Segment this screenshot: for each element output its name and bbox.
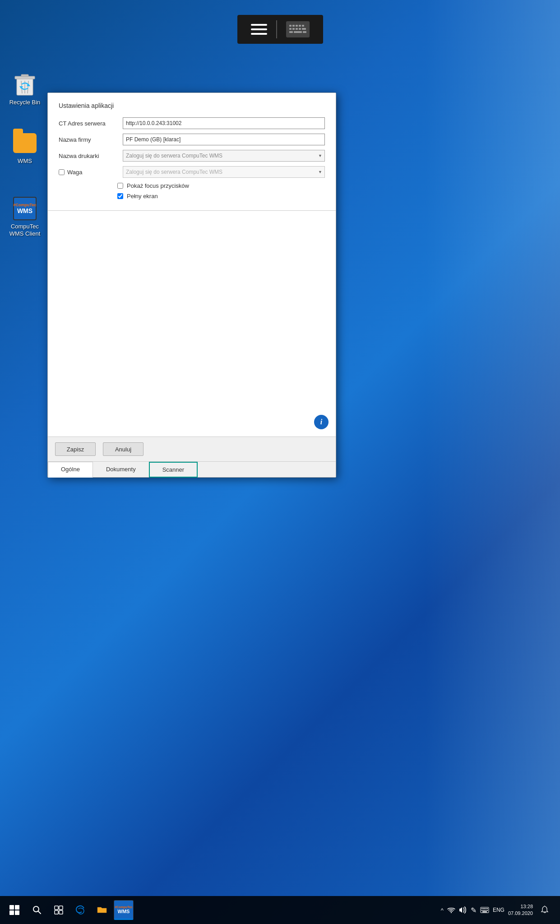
pokaz-focus-label: Pokaż focus przycisków bbox=[127, 182, 189, 189]
wms-label: WMS bbox=[18, 158, 32, 165]
svg-rect-21 bbox=[59, 906, 63, 910]
tray-date: 07.09.2020 bbox=[508, 910, 533, 917]
computec-wms-desktop-icon[interactable]: #CompuTec WMS CompuTecWMS Client bbox=[5, 194, 45, 240]
wms-taskbar-button[interactable]: #CompuTec WMS bbox=[114, 900, 134, 920]
waga-checkbox[interactable] bbox=[59, 169, 65, 175]
recycle-bin-label: Recycle Bin bbox=[9, 99, 41, 106]
tray-connect-icon[interactable]: ✎ bbox=[471, 906, 477, 915]
tray-language[interactable]: ENG bbox=[493, 907, 504, 913]
ct-adres-input[interactable] bbox=[123, 117, 325, 129]
wms-desktop-icon[interactable]: WMS bbox=[5, 129, 45, 167]
info-button[interactable]: i bbox=[314, 415, 329, 429]
svg-rect-36 bbox=[482, 911, 487, 912]
dialog-spacer: i bbox=[48, 211, 336, 436]
pokaz-focus-row: Pokaż focus przycisków bbox=[59, 182, 325, 189]
edge-button[interactable] bbox=[70, 900, 90, 920]
waga-row: Waga Zaloguj się do serwera CompuTec WMS bbox=[59, 166, 325, 178]
ct-adres-row: CT Adres serwera bbox=[59, 117, 325, 129]
tray-network-icon[interactable] bbox=[447, 907, 455, 913]
nazwa-drukarki-label: Nazwa drukarki bbox=[59, 153, 117, 159]
pelny-ekran-checkbox[interactable] bbox=[117, 193, 123, 199]
svg-rect-8 bbox=[299, 28, 301, 30]
wms-taskbar-label: WMS bbox=[118, 909, 130, 914]
settings-dialog: Ustawienia aplikacji CT Adres serwera Na… bbox=[47, 93, 336, 478]
svg-rect-29 bbox=[486, 908, 486, 909]
recycle-bin-desktop-icon[interactable]: Recycle Bin bbox=[5, 70, 45, 109]
cancel-button[interactable]: Anuluj bbox=[103, 442, 143, 456]
svg-rect-9 bbox=[302, 28, 306, 30]
tray-time: 13:28 bbox=[508, 903, 533, 910]
svg-rect-22 bbox=[55, 910, 58, 914]
svg-rect-35 bbox=[487, 910, 488, 911]
nazwa-firmy-label: Nazwa firmy bbox=[59, 136, 117, 143]
nazwa-firmy-input[interactable] bbox=[123, 134, 325, 145]
svg-rect-31 bbox=[481, 910, 482, 911]
keyboard-icon[interactable] bbox=[286, 21, 310, 37]
search-button[interactable] bbox=[27, 900, 47, 920]
system-tray: ^ ✎ bbox=[441, 900, 556, 920]
dialog-form-area: Ustawienia aplikacji CT Adres serwera Na… bbox=[48, 93, 336, 211]
windows-logo-icon bbox=[9, 905, 19, 915]
svg-rect-4 bbox=[302, 25, 304, 27]
nazwa-firmy-row: Nazwa firmy bbox=[59, 134, 325, 145]
nazwa-drukarki-select[interactable]: Zaloguj się do serwera CompuTec WMS bbox=[123, 150, 325, 162]
notification-button[interactable] bbox=[537, 900, 553, 920]
tray-datetime[interactable]: 13:28 07.09.2020 bbox=[508, 903, 533, 917]
pelny-ekran-label: Pełny ekran bbox=[127, 193, 158, 200]
svg-rect-12 bbox=[303, 31, 306, 33]
waga-checkbox-section: Waga bbox=[59, 169, 117, 176]
waga-select-wrapper: Zaloguj się do serwera CompuTec WMS bbox=[123, 166, 325, 178]
nazwa-drukarki-row: Nazwa drukarki Zaloguj się do serwera Co… bbox=[59, 150, 325, 162]
tab-scanner[interactable]: Scanner bbox=[149, 462, 198, 478]
tab-ogolne[interactable]: Ogólne bbox=[48, 462, 93, 478]
svg-rect-7 bbox=[296, 28, 298, 30]
dialog-tabs: Ogólne Dokumenty Scanner bbox=[48, 461, 336, 477]
svg-rect-23 bbox=[59, 910, 63, 914]
pelny-ekran-row: Pełny ekran bbox=[59, 193, 325, 200]
svg-point-24 bbox=[451, 912, 452, 913]
computec-wms-label: CompuTecWMS Client bbox=[9, 223, 41, 237]
ct-adres-label: CT Adres serwera bbox=[59, 120, 117, 127]
svg-rect-0 bbox=[289, 25, 292, 27]
tray-chevron[interactable]: ^ bbox=[441, 907, 444, 914]
svg-rect-1 bbox=[292, 25, 295, 27]
toolbar-divider bbox=[276, 20, 277, 38]
tab-dokumenty[interactable]: Dokumenty bbox=[93, 462, 149, 478]
svg-rect-26 bbox=[481, 908, 482, 909]
svg-rect-3 bbox=[299, 25, 301, 27]
hamburger-menu-icon[interactable] bbox=[251, 24, 267, 35]
svg-rect-34 bbox=[486, 910, 486, 911]
waga-select[interactable]: Zaloguj się do serwera CompuTec WMS bbox=[123, 166, 325, 178]
start-button[interactable] bbox=[4, 899, 25, 921]
svg-rect-2 bbox=[296, 25, 298, 27]
dialog-buttons-area: Zapisz Anuluj bbox=[48, 436, 336, 461]
svg-rect-11 bbox=[294, 31, 302, 33]
recycle-bin-icon bbox=[13, 73, 37, 96]
wms-folder-icon bbox=[13, 131, 37, 155]
svg-rect-27 bbox=[483, 908, 484, 909]
save-button[interactable]: Zapisz bbox=[55, 442, 96, 456]
svg-rect-33 bbox=[484, 910, 485, 911]
dialog-title: Ustawienia aplikacji bbox=[59, 102, 325, 109]
nazwa-drukarki-select-wrapper: Zaloguj się do serwera CompuTec WMS bbox=[123, 150, 325, 162]
svg-rect-20 bbox=[55, 906, 58, 910]
pokaz-focus-checkbox[interactable] bbox=[117, 183, 123, 189]
svg-line-19 bbox=[38, 911, 41, 914]
svg-rect-30 bbox=[487, 908, 488, 909]
taskbar: #CompuTec WMS ^ ✎ bbox=[0, 896, 560, 924]
svg-rect-5 bbox=[289, 28, 292, 30]
app-toolbar bbox=[237, 15, 323, 44]
svg-rect-6 bbox=[292, 28, 295, 30]
svg-rect-28 bbox=[484, 908, 485, 909]
svg-rect-15 bbox=[21, 74, 28, 77]
computec-wms-icon: #CompuTec WMS bbox=[13, 197, 37, 220]
explorer-button[interactable] bbox=[92, 900, 112, 920]
top-toolbar-area bbox=[0, 0, 560, 59]
tray-keyboard-icon[interactable] bbox=[480, 907, 489, 913]
svg-rect-10 bbox=[289, 31, 293, 33]
waga-label: Waga bbox=[67, 169, 82, 176]
task-view-button[interactable] bbox=[49, 900, 69, 920]
svg-rect-32 bbox=[483, 910, 484, 911]
tray-volume-icon[interactable] bbox=[459, 906, 467, 914]
